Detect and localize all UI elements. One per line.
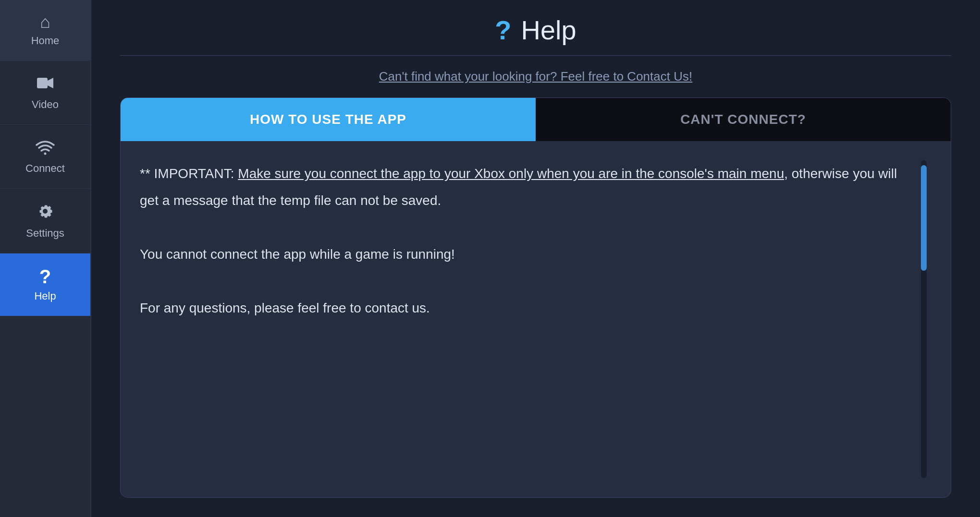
header-question-icon: ? <box>495 17 511 44</box>
svg-point-2 <box>44 153 47 155</box>
sidebar-item-home[interactable]: ⌂ Home <box>0 0 90 61</box>
page-header: ? Help <box>120 0 951 56</box>
sidebar: ⌂ Home Video Connect Settings <box>0 0 91 517</box>
gear-icon <box>36 202 54 223</box>
video-icon <box>37 74 54 95</box>
question-icon: ? <box>39 267 51 286</box>
contact-paragraph: For any questions, please feel free to c… <box>140 295 916 322</box>
home-icon: ⌂ <box>40 13 50 31</box>
scrollbar-thumb <box>921 165 927 271</box>
help-content-text: ** IMPORTANT: Make sure you connect the … <box>140 160 916 478</box>
help-panel: HOW TO USE THE APP CAN'T CONNECT? ** IMP… <box>120 97 951 498</box>
game-running-paragraph: You cannot connect the app while a game … <box>140 241 916 268</box>
sidebar-item-settings[interactable]: Settings <box>0 189 90 253</box>
important-paragraph: ** IMPORTANT: Make sure you connect the … <box>140 160 916 214</box>
sidebar-item-connect[interactable]: Connect <box>0 125 90 189</box>
svg-rect-0 <box>37 78 48 88</box>
sidebar-item-label: Home <box>31 35 60 47</box>
tab-how-to-use[interactable]: HOW TO USE THE APP <box>121 98 536 141</box>
page-title: Help <box>521 14 576 46</box>
main-content: ? Help Can't find what your looking for?… <box>91 0 980 517</box>
sidebar-item-label: Help <box>34 290 56 302</box>
scrollbar-track[interactable] <box>921 160 927 478</box>
contact-us-link[interactable]: Can't find what your looking for? Feel f… <box>120 56 951 97</box>
sidebar-item-help[interactable]: ? Help <box>0 253 90 316</box>
important-underlined: Make sure you connect the app to your Xb… <box>238 166 784 181</box>
tab-cant-connect[interactable]: CAN'T CONNECT? <box>536 98 951 141</box>
sidebar-item-label: Connect <box>25 162 65 175</box>
important-prefix: ** IMPORTANT: <box>140 166 238 181</box>
wifi-icon <box>36 138 55 158</box>
sidebar-item-label: Settings <box>26 227 64 240</box>
sidebar-item-label: Video <box>32 98 59 111</box>
sidebar-item-video[interactable]: Video <box>0 61 90 125</box>
tab-content-how-to-use: ** IMPORTANT: Make sure you connect the … <box>121 141 951 497</box>
svg-marker-1 <box>48 78 53 88</box>
tabs-container: HOW TO USE THE APP CAN'T CONNECT? <box>121 98 951 141</box>
